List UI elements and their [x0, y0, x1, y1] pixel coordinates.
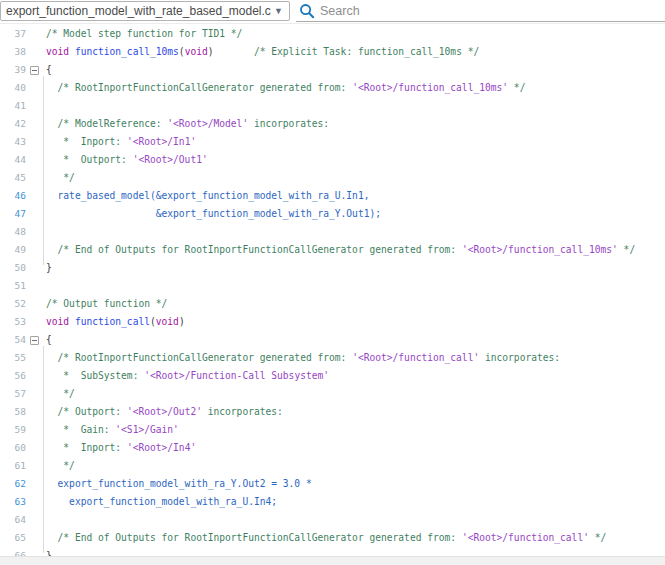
- code-text: /* ModelReference: '<Root>/Model' incorp…: [43, 115, 329, 133]
- code-line: 47 &export_function_model_with_ra_Y.Out1…: [0, 205, 665, 223]
- code-line: 61 */: [0, 457, 665, 475]
- code-line: 62 export_function_model_with_ra_Y.Out2 …: [0, 475, 665, 493]
- fold-column: [26, 336, 43, 345]
- code-line: 48: [0, 223, 665, 241]
- code-text: */: [43, 385, 75, 403]
- code-line: 52/* Output function */: [0, 295, 665, 313]
- code-line: 64: [0, 511, 665, 529]
- indent-guide: [43, 346, 44, 553]
- code-line: 59 * Gain: '<S1>/Gain': [0, 421, 665, 439]
- line-number: 63: [0, 493, 26, 511]
- line-number: 59: [0, 421, 26, 439]
- code-text: * SubSystem: '<Root>/Function-Call Subsy…: [43, 367, 329, 385]
- line-number: 53: [0, 313, 26, 331]
- line-number: 57: [0, 385, 26, 403]
- toolbar: export_function_model_with_rate_based_mo…: [0, 0, 665, 24]
- code-line: 55 /* RootInportFunctionCallGenerator ge…: [0, 349, 665, 367]
- code-line: 50}: [0, 259, 665, 277]
- code-text: */: [43, 457, 75, 475]
- line-number: 50: [0, 259, 26, 277]
- code-line: 45 */: [0, 169, 665, 187]
- code-line: 39{: [0, 61, 665, 79]
- file-selector-dropdown[interactable]: export_function_model_with_rate_based_mo…: [0, 1, 290, 21]
- code-text: /* Output function */: [43, 295, 167, 313]
- code-line: 57 */: [0, 385, 665, 403]
- fold-column: [26, 66, 43, 75]
- code-text: * Inport: '<Root>/In4': [43, 439, 196, 457]
- code-line: 44 * Outport: '<Root>/Out1': [0, 151, 665, 169]
- traceable-code-link[interactable]: rate_based_model(&export_function_model_…: [43, 187, 369, 205]
- code-text: }: [43, 259, 52, 277]
- indent-guide: [43, 76, 44, 265]
- line-number: 39: [0, 61, 26, 79]
- code-text: /* Model step function for TID1 */: [43, 25, 242, 43]
- line-number: 55: [0, 349, 26, 367]
- code-text: {: [43, 61, 52, 79]
- code-line: 40 /* RootInportFunctionCallGenerator ge…: [0, 79, 665, 97]
- fold-collapse-icon[interactable]: [30, 66, 39, 75]
- line-number: 54: [0, 331, 26, 349]
- code-text: /* RootInportFunctionCallGenerator gener…: [43, 349, 560, 367]
- code-line: 37/* Model step function for TID1 */: [0, 25, 665, 43]
- code-line: 54{: [0, 331, 665, 349]
- line-number: 62: [0, 475, 26, 493]
- line-number: 64: [0, 511, 26, 529]
- traceable-code-link[interactable]: &export_function_model_with_ra_Y.Out1);: [43, 205, 381, 223]
- horizontal-scrollbar[interactable]: [0, 556, 665, 565]
- line-number: 49: [0, 241, 26, 259]
- line-number: 56: [0, 367, 26, 385]
- code-text: * Gain: '<S1>/Gain': [43, 421, 179, 439]
- traceable-code-link[interactable]: export_function_model_with_ra_Y.Out2 = 3…: [43, 475, 312, 493]
- code-text: * Inport: '<Root>/In1': [43, 133, 196, 151]
- code-line: 42 /* ModelReference: '<Root>/Model' inc…: [0, 115, 665, 133]
- line-number: 40: [0, 79, 26, 97]
- code-text: /* Outport: '<Root>/Out2' incorporates:: [43, 403, 283, 421]
- line-number: 65: [0, 529, 26, 547]
- code-line: 53void function_call(void): [0, 313, 665, 331]
- line-number: 45: [0, 169, 26, 187]
- line-number: 46: [0, 187, 26, 205]
- code-line: 58 /* Outport: '<Root>/Out2' incorporate…: [0, 403, 665, 421]
- line-number: 47: [0, 205, 26, 223]
- line-number: 48: [0, 223, 26, 241]
- code-text: */: [43, 169, 75, 187]
- code-line: 41: [0, 97, 665, 115]
- code-text: /* RootInportFunctionCallGenerator gener…: [43, 79, 525, 97]
- code-line: 49 /* End of Outputs for RootInportFunct…: [0, 241, 665, 259]
- code-text: * Outport: '<Root>/Out1': [43, 151, 208, 169]
- line-number: 58: [0, 403, 26, 421]
- code-line: 60 * Inport: '<Root>/In4': [0, 439, 665, 457]
- line-number: 38: [0, 43, 26, 61]
- code-line: 46 rate_based_model(&export_function_mod…: [0, 187, 665, 205]
- code-line: 43 * Inport: '<Root>/In1': [0, 133, 665, 151]
- code-text: void function_call_10ms(void) /* Explici…: [43, 43, 479, 61]
- line-number: 37: [0, 25, 26, 43]
- line-number: 52: [0, 295, 26, 313]
- search-icon: [299, 3, 315, 19]
- line-number: 43: [0, 133, 26, 151]
- code-line: 56 * SubSystem: '<Root>/Function-Call Su…: [0, 367, 665, 385]
- line-number: 61: [0, 457, 26, 475]
- line-number: 42: [0, 115, 26, 133]
- code-text: /* End of Outputs for RootInportFunction…: [43, 241, 635, 259]
- chevron-down-icon: ▼: [272, 1, 289, 21]
- code-text: /* End of Outputs for RootInportFunction…: [43, 529, 606, 547]
- line-number: 44: [0, 151, 26, 169]
- file-selector-label: export_function_model_with_rate_based_mo…: [1, 4, 272, 18]
- code-line: 63 export_function_model_with_ra_U.In4;: [0, 493, 665, 511]
- code-line: 65 /* End of Outputs for RootInportFunct…: [0, 529, 665, 547]
- search-field: [296, 1, 665, 22]
- traceable-code-link[interactable]: export_function_model_with_ra_U.In4;: [43, 493, 277, 511]
- fold-collapse-icon[interactable]: [30, 336, 39, 345]
- code-line: 38void function_call_10ms(void) /* Expli…: [0, 43, 665, 61]
- code-editor: 37/* Model step function for TID1 */38vo…: [0, 25, 665, 565]
- line-number: 60: [0, 439, 26, 457]
- code-line: 51: [0, 277, 665, 295]
- code-text: void function_call(void): [43, 313, 185, 331]
- line-number: 41: [0, 97, 26, 115]
- code-text: {: [43, 331, 52, 349]
- line-number: 51: [0, 277, 26, 295]
- search-input[interactable]: [320, 4, 665, 18]
